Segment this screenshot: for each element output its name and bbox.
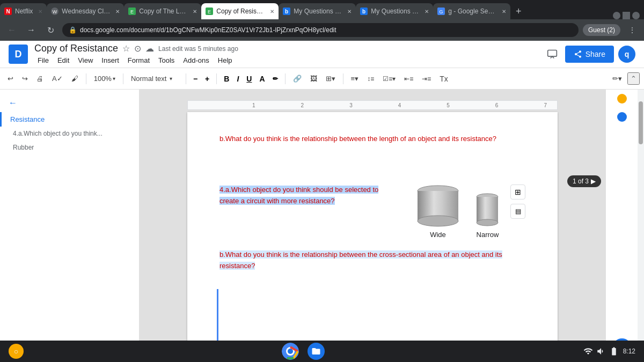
svg-text:N: N [6,9,10,14]
avatar[interactable]: q [618,46,635,63]
wide-cylinder-container: Wide [416,184,459,239]
align-button[interactable]: ≡▾ [348,72,362,85]
print-button[interactable]: 🖨 [33,72,47,85]
text-color-button[interactable]: A [257,73,267,84]
guest-button[interactable]: Guest (2) [583,24,620,36]
table-button[interactable]: ⊞▾ [323,72,339,85]
bold-button[interactable]: B [221,73,232,84]
highlight-button[interactable]: ✏ [270,74,281,84]
chevron-right-icon[interactable]: ▶ [591,178,596,185]
clearformat-button[interactable]: Tx [436,72,451,85]
taskbar-clock: 8:12 [623,348,635,355]
more-options-button[interactable]: ⋮ [625,23,640,38]
menu-view[interactable]: View [75,55,96,65]
sidebar: ← Resistance 4.a.Which object do you thi… [0,90,140,362]
doc-area[interactable]: 1 2 3 4 5 6 7 b.What do you think is the… [140,90,605,362]
tab-myq2-close[interactable]: ✕ [425,9,429,14]
menu-file[interactable]: File [34,55,52,65]
edit-mode-button[interactable]: ✏▾ [609,72,625,85]
back-button[interactable]: ← [4,23,19,38]
page-indicator-container: 1 of 3 ▶ [567,175,601,187]
zoom-selector[interactable]: 100% ▾ [91,73,119,84]
tab-netflix[interactable]: N Netflix ✕ [0,3,47,19]
url-bar[interactable]: 🔒 docs.google.com/document/d/1bOgCNFwMKi… [62,23,579,37]
add-comment-button[interactable]: ⊞ [510,184,525,200]
narrow-cylinder-container: Narrow [475,193,500,239]
clock-time: 8:12 [623,348,635,355]
tab-myq1-label: My Questions | ba [294,8,342,15]
launcher-button[interactable]: ○ [9,344,24,359]
history-icon[interactable]: ⊙ [134,43,141,54]
ruler-4: 4 [398,102,401,108]
linespacing-button[interactable]: ↕≡ [364,73,377,85]
tab-google[interactable]: G g - Google Search ✕ [433,3,510,19]
collapse-toolbar-button[interactable]: ⌃ [627,72,640,85]
menu-addons[interactable]: Add-ons [180,55,212,65]
undo-button[interactable]: ↩ [4,72,17,85]
tab-laws[interactable]: E Copy of The Laws ✕ [124,3,201,19]
redo-button[interactable]: ↪ [19,72,31,85]
taskbar-left: ○ [9,344,24,359]
maximize-button[interactable] [623,12,630,19]
link-button[interactable]: 🔗 [290,72,305,85]
scrollbar-thumb[interactable] [639,101,643,144]
scrollbar-track[interactable] [638,90,644,362]
tab-wednesday-close[interactable]: ✕ [115,9,120,14]
tab-resistance-close[interactable]: ✕ [270,9,274,14]
tab-netflix-close[interactable]: ✕ [38,9,42,14]
files-icon-svg [311,346,321,356]
image-options-button[interactable]: ▤ [510,204,525,219]
files-taskbar-icon[interactable] [308,343,325,360]
font-increase-button[interactable]: + [202,73,212,84]
doc-icons: ☆ ⊙ ☁ [122,43,154,54]
menu-format[interactable]: Format [125,55,153,65]
notification-dot-yellow [617,94,627,104]
tab-google-label: g - Google Search [448,8,496,15]
checklist-button[interactable]: ☑≡▾ [379,73,399,85]
tab-myq2[interactable]: b My Questions | ba ✕ [356,3,433,19]
forward-button[interactable]: → [24,23,39,38]
style-selector[interactable]: Normal text ▾ [128,73,181,84]
chrome-taskbar-icon[interactable] [282,343,299,360]
taskbar: ○ [0,341,644,362]
menu-insert[interactable]: Insert [98,55,122,65]
wifi-icon [583,346,593,356]
star-icon[interactable]: ☆ [122,43,130,54]
notification-dot-blue [617,112,627,122]
myq2-icon: b [360,8,368,15]
resistance-icon: E [206,8,213,15]
tab-wednesday[interactable]: W Wednesday Class ✕ [47,3,124,19]
menu-help[interactable]: Help [215,55,236,65]
image-button[interactable]: 🖼 [307,72,320,85]
ruler-3: 3 [349,102,353,108]
tab-laws-close[interactable]: ✕ [193,9,197,14]
svg-text:G: G [440,9,443,14]
refresh-button[interactable]: ↻ [43,23,58,38]
url-text: docs.google.com/document/d/1bOgCNFwMKip0… [80,26,336,34]
spellcheck-button[interactable]: A✓ [49,72,66,85]
close-button[interactable] [632,12,640,19]
underline-button[interactable]: U [244,73,254,84]
sidebar-item-which-object[interactable]: 4.a.Which object do you think... [0,127,139,141]
menu-edit[interactable]: Edit [54,55,72,65]
italic-button[interactable]: I [234,73,241,84]
sidebar-item-rubber[interactable]: Rubber [0,141,139,154]
avatar-letter: q [625,50,630,58]
sidebar-item-resistance[interactable]: Resistance [0,112,139,127]
paintformat-button[interactable]: 🖌 [68,72,82,85]
ruler-5: 5 [447,102,450,108]
tab-resistance[interactable]: E Copy of Resistanc ✕ [201,3,279,19]
font-decrease-button[interactable]: − [191,73,200,84]
new-tab-button[interactable]: + [510,3,526,19]
share-button[interactable]: Share [565,46,614,63]
present-button[interactable] [544,46,561,63]
minimize-button[interactable] [613,12,620,19]
tab-myq1[interactable]: b My Questions | ba ✕ [279,3,356,19]
menu-tools[interactable]: Tools [155,55,178,65]
cloud-icon[interactable]: ☁ [145,43,154,54]
indent-decrease-button[interactable]: ⇤≡ [401,73,416,85]
tab-myq1-close[interactable]: ✕ [347,9,352,14]
sidebar-back-button[interactable]: ← [0,94,139,112]
tab-google-close[interactable]: ✕ [502,9,506,14]
indent-increase-button[interactable]: ⇥≡ [419,73,434,85]
